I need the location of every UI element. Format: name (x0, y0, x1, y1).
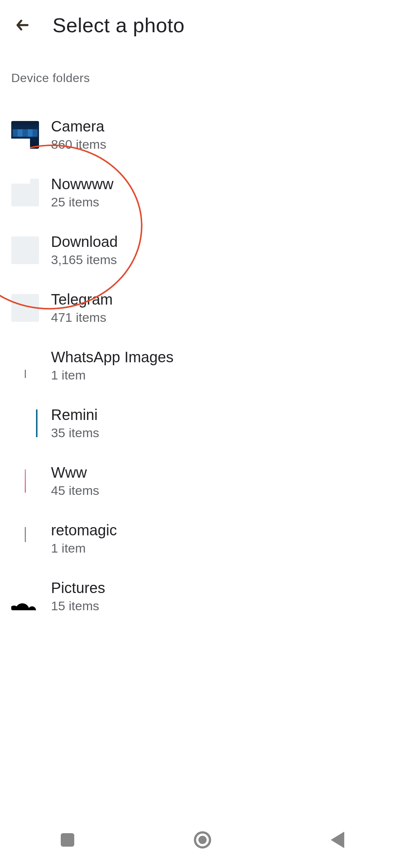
folder-count: 3,165 items (51, 252, 118, 267)
bottom-fade (0, 789, 405, 812)
folder-name: WhatsApp Images (51, 349, 174, 366)
folder-count: 1 item (51, 541, 117, 556)
folder-text: WhatsApp Images1 item (51, 349, 174, 382)
folder-count: 45 items (51, 483, 99, 498)
folder-count: 860 items (51, 137, 106, 152)
folder-text: Pictures15 items (51, 580, 105, 613)
folder-thumbnail (11, 121, 39, 149)
back-button[interactable] (14, 16, 32, 34)
folder-name: Nowwww (51, 176, 114, 193)
folder-item[interactable]: Download3,165 items (0, 221, 405, 279)
folder-name: Camera (51, 118, 106, 135)
nav-recent-button[interactable] (45, 817, 90, 862)
folder-item[interactable]: Remini35 items (0, 394, 405, 452)
folder-text: retomagic1 item (51, 522, 117, 556)
nav-home-button[interactable] (180, 817, 225, 862)
triangle-left-icon (331, 832, 344, 848)
folder-item[interactable]: Pictures15 items (0, 568, 405, 625)
folder-thumbnail (11, 525, 39, 553)
folder-thumbnail (11, 236, 39, 264)
folder-item[interactable]: Camera860 items (0, 106, 405, 164)
folder-text: Remini35 items (51, 406, 99, 440)
folder-count: 1 item (51, 368, 174, 382)
folder-thumbnail (11, 294, 39, 322)
system-nav-bar (0, 812, 405, 868)
folder-name: retomagic (51, 522, 117, 539)
section-header: Device folders (0, 37, 405, 85)
folder-item[interactable]: retomagic1 item (0, 510, 405, 568)
folder-thumbnail (11, 583, 39, 610)
folder-name: Www (51, 464, 99, 481)
arrow-left-icon (15, 18, 30, 33)
folder-name: Telegram (51, 291, 113, 308)
square-icon (61, 833, 74, 847)
folder-name: Download (51, 233, 118, 250)
folder-name: Pictures (51, 580, 105, 596)
page-title: Select a photo (52, 13, 184, 37)
folder-item[interactable]: Www45 items (0, 452, 405, 510)
folder-text: Telegram471 items (51, 291, 113, 325)
circle-icon (194, 831, 211, 849)
folder-count: 35 items (51, 426, 99, 440)
folder-list: Camera860 itemsNowwww25 itemsDownload3,1… (0, 85, 405, 625)
folder-count: 471 items (51, 310, 113, 325)
folder-thumbnail (11, 467, 39, 495)
folder-name: Remini (51, 406, 99, 423)
folder-item[interactable]: Nowwww25 items (0, 164, 405, 221)
folder-text: Nowwww25 items (51, 176, 114, 209)
folder-text: Download3,165 items (51, 233, 118, 267)
nav-back-button[interactable] (315, 817, 360, 862)
header-bar: Select a photo (0, 0, 405, 37)
folder-thumbnail (11, 179, 39, 206)
folder-count: 15 items (51, 599, 105, 613)
folder-item[interactable]: Telegram471 items (0, 279, 405, 337)
folder-item[interactable]: WhatsApp Images1 item (0, 337, 405, 394)
folder-thumbnail (11, 352, 39, 379)
folder-count: 25 items (51, 195, 114, 209)
folder-thumbnail (11, 409, 39, 437)
folder-text: Www45 items (51, 464, 99, 498)
folder-text: Camera860 items (51, 118, 106, 152)
